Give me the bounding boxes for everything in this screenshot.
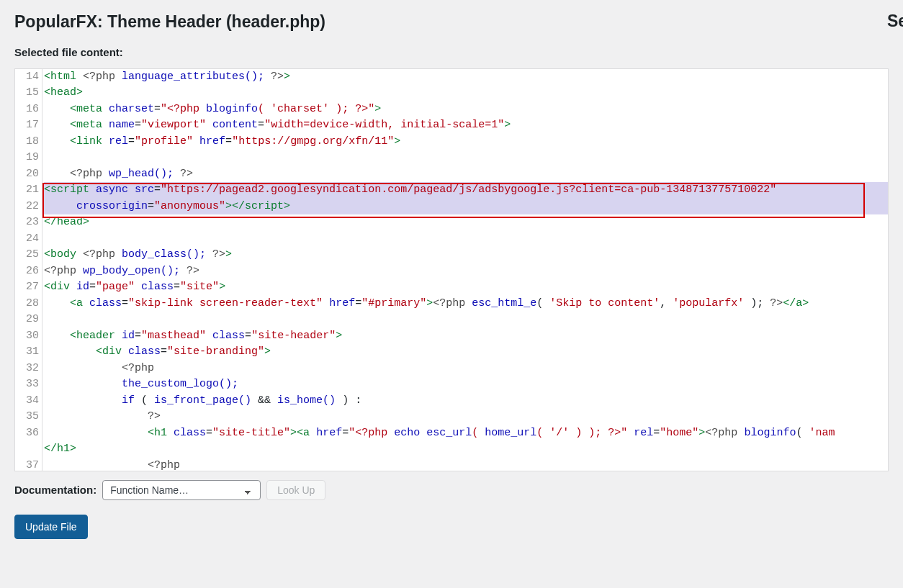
documentation-label: Documentation:	[14, 484, 96, 496]
line-number: 23	[15, 214, 42, 231]
code-line[interactable]: <?php	[44, 361, 888, 377]
code-line[interactable]: <div class="site-branding">	[44, 344, 888, 361]
line-number: 18	[15, 134, 42, 150]
code-line[interactable]: </h1>	[44, 441, 888, 458]
code-line[interactable]: if ( is_front_page() && is_home() ) :	[44, 393, 888, 410]
line-number: 26	[15, 263, 42, 280]
line-number: 32	[15, 361, 42, 377]
code-line[interactable]: ?>	[44, 409, 888, 425]
code-line[interactable]: crossorigin="anonymous"></script>	[44, 199, 888, 215]
line-number: 34	[15, 393, 42, 410]
line-number: 27	[15, 279, 42, 296]
code-line[interactable]: <div id="page" class="site">	[44, 279, 888, 296]
code-line[interactable]: <meta charset="<?php bloginfo( 'charset'…	[44, 101, 888, 118]
line-number: 22	[15, 199, 42, 215]
code-line[interactable]: <html <?php language_attributes(); ?>>	[44, 69, 888, 86]
line-number: 28	[15, 296, 42, 312]
code-line[interactable]	[44, 231, 888, 248]
line-number: 35	[15, 409, 42, 425]
code-line[interactable]: <a class="skip-link screen-reader-text" …	[44, 296, 888, 312]
lookup-button[interactable]: Look Up	[266, 480, 325, 500]
code-line[interactable]: <h1 class="site-title"><a href="<?php ec…	[44, 425, 888, 442]
line-number: 16	[15, 101, 42, 118]
line-number: 31	[15, 344, 42, 361]
code-line[interactable]: <?php wp_head(); ?>	[44, 166, 888, 183]
code-line[interactable]: <?php	[44, 458, 888, 471]
line-number: 20	[15, 166, 42, 183]
line-number: 24	[15, 231, 42, 248]
code-editor[interactable]: 1415161718192021222324252627282930313233…	[14, 68, 889, 471]
code-line[interactable]: <link rel="profile" href="https://gmpg.o…	[44, 134, 888, 150]
line-number: 14	[15, 69, 42, 86]
line-number	[15, 441, 42, 458]
line-number: 15	[15, 85, 42, 101]
code-line[interactable]: <script async src="https://pagead2.googl…	[44, 182, 888, 199]
selected-file-content-label: Selected file content:	[14, 46, 889, 58]
line-number: 30	[15, 328, 42, 345]
code-line[interactable]: <meta name="viewport" content="width=dev…	[44, 117, 888, 134]
line-number: 37	[15, 458, 42, 471]
code-line[interactable]: <header id="masthead" class="site-header…	[44, 328, 888, 345]
line-number: 17	[15, 117, 42, 134]
code-line[interactable]	[44, 150, 888, 166]
line-number: 25	[15, 247, 42, 263]
line-number: 29	[15, 312, 42, 328]
update-file-button[interactable]: Update File	[14, 515, 88, 539]
code-line[interactable]: <?php wp_body_open(); ?>	[44, 263, 888, 280]
code-line[interactable]: <body <?php body_class(); ?>>	[44, 247, 888, 263]
code-line[interactable]: </head>	[44, 214, 888, 231]
code-line[interactable]: the_custom_logo();	[44, 376, 888, 393]
documentation-select[interactable]: Function Name…	[102, 480, 261, 500]
truncated-secondary-heading: Se	[887, 12, 903, 31]
line-number: 21	[15, 182, 42, 199]
line-number: 36	[15, 425, 42, 442]
line-number: 19	[15, 150, 42, 166]
line-number: 33	[15, 376, 42, 393]
code-line[interactable]: <head>	[44, 85, 888, 101]
page-title: PopularFX: Theme Header (header.php)	[14, 0, 889, 33]
code-line[interactable]	[44, 312, 888, 328]
